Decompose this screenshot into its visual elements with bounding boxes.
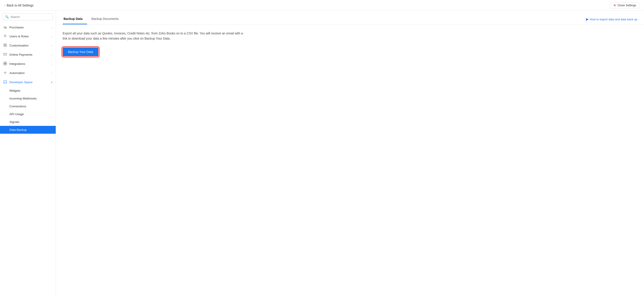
users-roles-chevron-icon: › — [52, 35, 52, 38]
sidebar-subitem-connections[interactable]: Connections — [0, 102, 56, 110]
sidebar-subitem-label-data-backup: Data Backup — [10, 128, 27, 131]
svg-rect-2 — [5, 44, 6, 45]
svg-rect-5 — [4, 53, 6, 55]
online-payments-icon — [3, 52, 7, 57]
sidebar-item-label-purchases: Purchases — [10, 26, 24, 29]
search-icon: 🔍 — [5, 15, 9, 18]
sidebar-item-label-developer-space: Developer Space — [10, 80, 33, 84]
search-box[interactable]: 🔍 — [3, 13, 53, 20]
svg-rect-8 — [5, 62, 7, 63]
help-link[interactable]: ▶ How to export data and data back up — [586, 17, 637, 24]
svg-rect-3 — [4, 45, 5, 46]
automation-chevron-icon: › — [52, 72, 52, 74]
sidebar-subitem-incoming-webhooks[interactable]: Incoming Webhooks — [0, 95, 56, 102]
close-x-icon: ✕ — [613, 3, 616, 7]
backup-your-data-button[interactable]: Backup Your Data — [63, 47, 98, 56]
back-label: Back to All Settings — [7, 3, 34, 7]
content-body: Export all your data such as Quotes, Inv… — [56, 24, 644, 63]
integrations-chevron-icon: › — [52, 63, 52, 65]
sidebar-subitem-label-api-usage: API Usage — [10, 112, 24, 116]
sidebar-item-customisation[interactable]: Customisation › — [0, 41, 56, 50]
back-to-settings-link[interactable]: ‹ Back to All Settings — [4, 3, 34, 7]
customisation-icon — [3, 43, 7, 48]
sidebar-subitem-api-usage[interactable]: API Usage — [0, 110, 56, 118]
svg-point-11 — [5, 72, 6, 73]
sidebar-item-automation[interactable]: Automation › — [0, 68, 56, 78]
sidebar-subitem-data-backup[interactable]: Data Backup — [0, 126, 56, 134]
svg-point-0 — [4, 35, 6, 36]
sidebar-subitem-label-connections: Connections — [10, 105, 26, 108]
svg-rect-7 — [4, 62, 5, 63]
sidebar-subitem-label-signals: Signals — [10, 120, 19, 124]
sidebar: 🔍 🛍 Purchases › Users & Roles › — [0, 11, 56, 296]
close-settings-label: Close Settings — [617, 3, 636, 7]
svg-rect-10 — [5, 64, 7, 65]
top-bar: ‹ Back to All Settings ✕ Close Settings — [0, 0, 644, 11]
automation-icon — [3, 71, 7, 75]
sidebar-item-users-roles[interactable]: Users & Roles › — [0, 32, 56, 41]
sidebar-subitem-signals[interactable]: Signals — [0, 118, 56, 126]
online-payments-chevron-icon: › — [52, 53, 52, 56]
help-link-label: How to export data and data back up — [590, 18, 637, 21]
svg-rect-9 — [4, 64, 5, 65]
purchases-icon: 🛍 — [3, 25, 7, 29]
close-settings-button[interactable]: ✕ Close Settings — [610, 2, 640, 8]
tab-bar: Backup Data Backup Documents — [63, 15, 127, 24]
backup-button-label: Backup Your Data — [68, 50, 93, 54]
tab-backup-data[interactable]: Backup Data — [63, 15, 87, 24]
sidebar-item-developer-space[interactable]: Developer Space ∨ — [0, 78, 56, 87]
tab-backup-documents[interactable]: Backup Documents — [91, 15, 123, 24]
sidebar-item-label-users-roles: Users & Roles — [10, 35, 29, 38]
sidebar-item-label-customisation: Customisation — [10, 44, 29, 47]
sidebar-subitem-label-widgets: Widgets — [10, 89, 20, 92]
main-layout: 🔍 🛍 Purchases › Users & Roles › — [0, 11, 644, 296]
sidebar-item-label-integrations: Integrations — [10, 62, 25, 65]
sidebar-item-label-automation: Automation — [10, 71, 24, 75]
sidebar-item-label-online-payments: Online Payments — [10, 53, 32, 56]
customisation-chevron-icon: › — [52, 44, 52, 47]
back-chevron-icon: ‹ — [4, 4, 5, 7]
users-roles-icon — [3, 34, 7, 38]
sidebar-item-integrations[interactable]: Integrations › — [0, 59, 56, 68]
description-text: Export all your data such as Quotes, Inv… — [63, 31, 246, 41]
sidebar-subitem-label-incoming-webhooks: Incoming Webhooks — [10, 97, 37, 100]
sidebar-item-purchases[interactable]: 🛍 Purchases › — [0, 23, 56, 32]
content-header: Backup Data Backup Documents ▶ How to ex… — [56, 11, 644, 24]
search-input[interactable] — [10, 15, 50, 18]
integrations-icon — [3, 62, 7, 66]
play-icon: ▶ — [586, 17, 589, 21]
developer-space-icon — [3, 80, 7, 84]
svg-rect-1 — [4, 44, 5, 45]
developer-space-chevron-icon: ∨ — [51, 81, 52, 84]
content-area: Backup Data Backup Documents ▶ How to ex… — [56, 11, 644, 296]
sidebar-item-online-payments[interactable]: Online Payments › — [0, 50, 56, 59]
svg-rect-4 — [5, 45, 6, 46]
sidebar-subitem-widgets[interactable]: Widgets — [0, 87, 56, 95]
purchases-chevron-icon: › — [52, 26, 52, 29]
